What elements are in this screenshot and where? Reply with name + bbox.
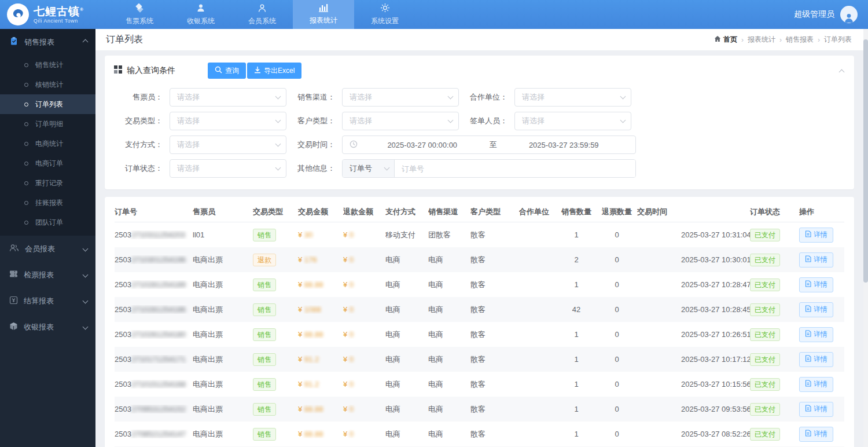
document-icon bbox=[805, 380, 811, 389]
sidebar-group-header-ticket-check[interactable]: 检票报表 bbox=[0, 262, 95, 288]
signer-select[interactable]: 请选择 bbox=[514, 112, 631, 130]
tab-member-system[interactable]: 会员系统 bbox=[231, 0, 293, 29]
order-table: 订单号 售票员 交易类型 交易金额 退款金额 支付方式 销售渠道 客户类型 合作… bbox=[105, 197, 854, 447]
top-navbar: 七鲤古镇® Qili Ancient Town 售票系统 收银系统 会员系统 报… bbox=[0, 0, 868, 29]
sales-qty-cell: 1 bbox=[556, 355, 597, 364]
sidebar-item[interactable]: 订单明细 bbox=[0, 114, 95, 134]
sales-qty-cell: 1 bbox=[556, 230, 597, 239]
order-number-input[interactable] bbox=[395, 160, 635, 177]
refund-qty-cell: 0 bbox=[597, 355, 637, 364]
brand-subtitle: Qili Ancient Town bbox=[34, 19, 84, 24]
sidebar-group-header-settlement[interactable]: 结算报表 bbox=[0, 288, 95, 314]
field-label: 交易类型： bbox=[114, 116, 170, 126]
scrollbar-thumb[interactable] bbox=[863, 39, 868, 283]
refund-amount-cell: ¥ 0 bbox=[343, 380, 385, 389]
payment-method-cell: 电商 bbox=[385, 379, 428, 390]
refund-qty-cell: 0 bbox=[597, 255, 637, 264]
sidebar-item[interactable]: 销售统计 bbox=[0, 55, 95, 75]
redacted-amount: 0 bbox=[350, 430, 354, 438]
detail-button[interactable]: 详情 bbox=[799, 327, 833, 342]
redacted-order-digits: 2710261254180 bbox=[131, 330, 186, 339]
transaction-amount-cell: ¥ 88.88 bbox=[298, 330, 343, 339]
sidebar-group-header-member[interactable]: 会员报表 bbox=[0, 236, 95, 262]
circle-bullet-icon bbox=[24, 142, 28, 146]
transaction-time-cell: 2025-03-27 10:26:51 bbox=[637, 330, 750, 339]
redacted-amount: 1088 bbox=[304, 305, 321, 314]
brand-title: 七鲤古镇® bbox=[34, 6, 84, 17]
tab-report-statistics[interactable]: 报表统计 bbox=[293, 0, 354, 29]
sales-channel-select[interactable]: 请选择 bbox=[342, 88, 459, 107]
payment-method-cell: 电商 bbox=[385, 280, 428, 290]
transaction-type-select[interactable]: 请选择 bbox=[170, 112, 286, 130]
search-button[interactable]: 查询 bbox=[208, 63, 246, 79]
detail-button[interactable]: 详情 bbox=[799, 302, 833, 317]
sidebar-item[interactable]: 订单列表 bbox=[0, 94, 95, 114]
redacted-order-digits: 2709531254152 bbox=[131, 405, 186, 413]
tab-cashier-system[interactable]: 收银系统 bbox=[170, 0, 231, 29]
detail-button[interactable]: 详情 bbox=[799, 352, 833, 367]
actions-cell: 详情 bbox=[799, 427, 844, 442]
time-from-value[interactable]: 2025-03-27 00:00:00 bbox=[358, 141, 487, 149]
cube-icon bbox=[9, 322, 18, 332]
document-icon bbox=[805, 255, 811, 264]
sales-qty-cell: 1 bbox=[556, 430, 597, 438]
transaction-type-tag: 销售 bbox=[253, 378, 276, 391]
time-to-value[interactable]: 2025-03-27 23:59:59 bbox=[499, 141, 629, 149]
seller-cell: 电商出票 bbox=[193, 255, 253, 265]
field-label: 支付方式： bbox=[114, 140, 170, 150]
col-order-status: 订单状态 bbox=[750, 207, 799, 217]
detail-button[interactable]: 详情 bbox=[799, 377, 833, 392]
chevron-down-icon bbox=[83, 272, 89, 278]
sidebar-item[interactable]: 重打记录 bbox=[0, 173, 95, 193]
breadcrumb-sales-report[interactable]: 销售报表 bbox=[786, 35, 814, 45]
tab-ticket-system[interactable]: 售票系统 bbox=[109, 0, 170, 29]
partner-select[interactable]: 请选择 bbox=[514, 88, 631, 107]
sidebar-group-header-cashier[interactable]: 收银报表 bbox=[0, 314, 95, 340]
detail-button[interactable]: 详情 bbox=[799, 228, 833, 243]
transaction-time-cell: 2025-03-27 10:15:56 bbox=[637, 380, 750, 389]
detail-button[interactable]: 详情 bbox=[799, 402, 833, 417]
refund-amount-cell: ¥ 0 bbox=[343, 430, 385, 438]
breadcrumb-home[interactable]: 首页 bbox=[714, 35, 737, 45]
payment-method-select[interactable]: 请选择 bbox=[170, 135, 286, 154]
breadcrumb-report-statistics[interactable]: 报表统计 bbox=[748, 35, 775, 45]
payment-method-cell: 电商 bbox=[385, 255, 428, 265]
chevron-down-icon bbox=[620, 94, 626, 100]
transaction-amount-cell: ¥ 30 bbox=[298, 230, 343, 239]
brand-logo: 七鲤古镇® Qili Ancient Town bbox=[0, 3, 103, 25]
transaction-time-cell: 2025-03-27 10:17:12 bbox=[637, 355, 750, 364]
transaction-time-range-picker[interactable]: 2025-03-27 00:00:00 至 2025-03-27 23:59:5… bbox=[342, 135, 636, 154]
tab-system-settings[interactable]: 系统设置 bbox=[354, 0, 415, 29]
sidebar-item[interactable]: 电商统计 bbox=[0, 134, 95, 153]
seller-select[interactable]: 请选择 bbox=[170, 88, 286, 107]
sidebar-item[interactable]: 核销统计 bbox=[0, 75, 95, 94]
sidebar-item[interactable]: 电商订单 bbox=[0, 153, 95, 173]
sidebar-item[interactable]: 挂账报表 bbox=[0, 193, 95, 212]
actions-cell: 详情 bbox=[799, 377, 844, 392]
circle-bullet-icon bbox=[24, 181, 28, 185]
order-status-cell: 已支付 bbox=[750, 378, 799, 391]
sidebar-item[interactable]: 团队订单 bbox=[0, 212, 95, 232]
order-status-select[interactable]: 请选择 bbox=[170, 159, 286, 178]
export-excel-button[interactable]: 导出Excel bbox=[247, 63, 301, 79]
redacted-amount: 0 bbox=[350, 230, 354, 239]
col-seller: 售票员 bbox=[193, 207, 253, 217]
other-info-type-select[interactable]: 订单号 bbox=[343, 160, 395, 177]
chevron-down-icon bbox=[275, 118, 281, 123]
sidebar-group-header-sales[interactable]: 销售报表 bbox=[0, 29, 95, 55]
user-avatar[interactable] bbox=[840, 6, 858, 23]
detail-button[interactable]: 详情 bbox=[799, 427, 833, 442]
detail-button[interactable]: 详情 bbox=[799, 277, 833, 292]
customer-type-select[interactable]: 请选择 bbox=[342, 112, 459, 130]
tickets-icon bbox=[134, 3, 145, 14]
gear-icon bbox=[380, 3, 390, 14]
refund-amount-cell: ¥ 0 bbox=[343, 305, 385, 314]
refund-amount-cell: ¥ 0 bbox=[343, 330, 385, 339]
collapse-panel-toggle[interactable] bbox=[837, 64, 846, 79]
redacted-order-digits: 2710311254203 bbox=[131, 230, 185, 239]
transaction-amount-cell: ¥ 91.2 bbox=[298, 355, 343, 364]
actions-cell: 详情 bbox=[799, 352, 844, 367]
redacted-order-digits: 2710151254168 bbox=[131, 380, 186, 389]
detail-button[interactable]: 详情 bbox=[799, 252, 833, 268]
transaction-time-cell: 2025-03-27 10:28:45 bbox=[637, 305, 750, 314]
